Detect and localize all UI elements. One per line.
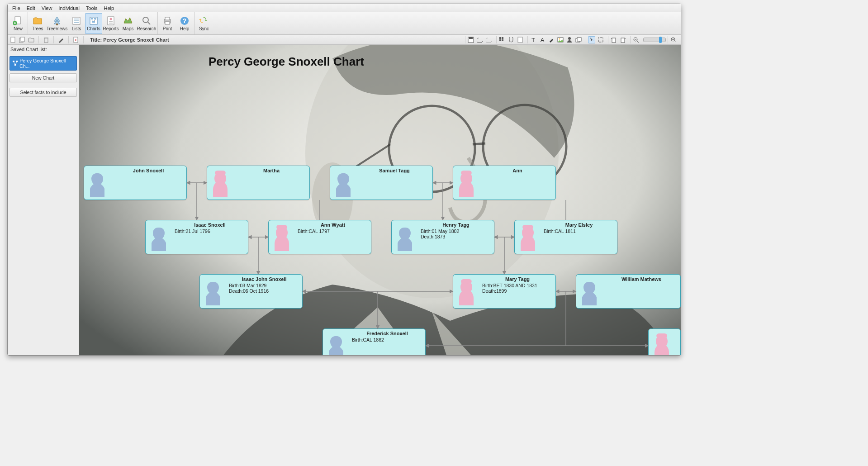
search-icon bbox=[141, 15, 152, 26]
help-button[interactable]: ? Help bbox=[176, 13, 193, 34]
maps-icon bbox=[123, 15, 133, 26]
person-clipped-right[interactable] bbox=[648, 328, 681, 355]
pointer-icon[interactable] bbox=[588, 36, 595, 43]
folder-icon bbox=[32, 15, 43, 26]
sidebar: Saved Chart list: Percy George Snoxell C… bbox=[8, 45, 79, 355]
svg-rect-57 bbox=[14, 64, 16, 66]
brush-icon[interactable] bbox=[548, 36, 555, 43]
svg-rect-21 bbox=[165, 22, 170, 24]
chart-main-title: Percy George Snoxell Chart bbox=[209, 55, 364, 69]
zoom-out-icon[interactable] bbox=[632, 36, 640, 43]
svg-rect-9 bbox=[94, 18, 96, 19]
delete-icon[interactable] bbox=[43, 36, 50, 43]
research-button[interactable]: Research bbox=[137, 13, 157, 34]
person-ann-wyatt[interactable]: Ann Wyatt Birth:CAL 1797 bbox=[268, 220, 371, 254]
person-mary-elsley[interactable]: Mary Elsley Birth:CAL 1811 bbox=[514, 220, 617, 254]
person-ann[interactable]: Ann bbox=[453, 166, 556, 200]
help-icon: ? bbox=[179, 15, 190, 26]
layers-icon[interactable] bbox=[575, 36, 582, 43]
svg-point-17 bbox=[143, 17, 148, 23]
charts-icon bbox=[88, 15, 99, 26]
svg-rect-2 bbox=[56, 24, 58, 25]
svg-point-42 bbox=[568, 37, 571, 40]
trees-button[interactable]: Trees bbox=[29, 13, 46, 34]
print-button[interactable]: Print bbox=[159, 13, 176, 34]
svg-rect-27 bbox=[44, 38, 48, 43]
svg-rect-44 bbox=[577, 38, 581, 41]
treeviews-button[interactable]: TreeViews bbox=[46, 13, 68, 34]
menu-tools[interactable]: Tools bbox=[83, 5, 100, 12]
svg-rect-10 bbox=[92, 21, 95, 23]
font-icon[interactable]: A bbox=[539, 36, 546, 43]
person-isaac-john-snoxell[interactable]: Isaac John Snoxell Birth:03 Mar 1829 Dea… bbox=[199, 274, 303, 309]
svg-line-58 bbox=[14, 62, 15, 64]
svg-rect-32 bbox=[469, 37, 473, 39]
person-frederick-snoxell[interactable]: Frederick Snoxell Birth:CAL 1862 bbox=[323, 328, 426, 355]
svg-rect-56 bbox=[16, 61, 18, 62]
svg-rect-47 bbox=[621, 38, 625, 43]
female-silhouette-icon bbox=[207, 166, 233, 200]
menu-individual[interactable]: Individual bbox=[56, 5, 82, 12]
person-icon[interactable] bbox=[566, 36, 573, 43]
sync-button[interactable]: Sync bbox=[195, 13, 213, 34]
new-chart-button[interactable]: New Chart bbox=[9, 73, 77, 82]
snap-icon[interactable] bbox=[508, 36, 515, 43]
select-facts-button[interactable]: Select facts to include bbox=[9, 88, 77, 97]
menu-help[interactable]: Help bbox=[101, 5, 117, 12]
maps-button[interactable]: Maps bbox=[119, 13, 137, 34]
redo-icon[interactable] bbox=[485, 36, 493, 43]
image-icon[interactable] bbox=[557, 36, 564, 43]
male-silhouette-icon bbox=[330, 166, 356, 200]
grid-icon[interactable] bbox=[498, 36, 506, 43]
svg-rect-24 bbox=[11, 37, 15, 43]
new-doc-icon[interactable] bbox=[9, 36, 17, 43]
person-henry-tagg[interactable]: Henry Tagg Birth:01 May 1802 Death:1873 bbox=[391, 220, 494, 254]
save-icon[interactable] bbox=[467, 36, 474, 43]
svg-rect-36 bbox=[502, 39, 503, 41]
lists-button[interactable]: Lists bbox=[68, 13, 85, 34]
svg-line-52 bbox=[674, 41, 676, 43]
female-silhouette-icon bbox=[453, 166, 479, 200]
marquee-icon[interactable] bbox=[597, 36, 604, 43]
svg-rect-34 bbox=[502, 37, 503, 39]
chart-canvas[interactable]: Percy George Snoxell Chart John Snoxell bbox=[79, 45, 681, 355]
undo-icon[interactable] bbox=[476, 36, 484, 43]
person-isaac-snoxell[interactable]: Isaac Snoxell Birth:21 Jul 1796 bbox=[145, 220, 248, 254]
edit-pencil-icon[interactable] bbox=[57, 36, 65, 43]
person-samuel-tagg[interactable]: Samuel Tagg bbox=[330, 166, 433, 200]
person-john-snoxell[interactable]: John Snoxell bbox=[84, 166, 187, 200]
svg-rect-37 bbox=[518, 37, 522, 43]
menu-view[interactable]: View bbox=[39, 5, 55, 12]
new-icon bbox=[13, 15, 24, 26]
svg-line-18 bbox=[148, 22, 150, 24]
sidebar-saved-charts-label: Saved Chart list: bbox=[8, 45, 79, 54]
male-silhouette-icon bbox=[323, 329, 349, 355]
male-silhouette-icon bbox=[200, 275, 226, 309]
page-setup-icon[interactable] bbox=[517, 36, 524, 43]
menu-edit[interactable]: Edit bbox=[24, 5, 38, 12]
rotate-right-icon[interactable] bbox=[619, 36, 626, 43]
svg-text:A: A bbox=[541, 37, 545, 43]
text-icon[interactable]: T bbox=[530, 36, 537, 43]
person-martha[interactable]: Martha bbox=[207, 166, 310, 200]
zoom-in-icon[interactable] bbox=[670, 36, 677, 43]
charts-button[interactable]: Charts bbox=[85, 13, 102, 34]
svg-text:T: T bbox=[531, 37, 535, 43]
saved-chart-item[interactable]: Percy George Snoxell Ch... bbox=[9, 56, 77, 71]
svg-line-65 bbox=[473, 143, 485, 144]
rotate-left-icon[interactable] bbox=[610, 36, 617, 43]
person-mary-tagg[interactable]: Mary Tagg Birth:BET 1830 AND 1831 Death:… bbox=[453, 274, 556, 309]
svg-rect-35 bbox=[499, 39, 501, 41]
menu-bar: File Edit View Individual Tools Help bbox=[8, 4, 681, 12]
person-william-mathews[interactable]: William Mathews bbox=[576, 274, 681, 309]
reports-button[interactable]: Reports bbox=[102, 13, 119, 34]
zoom-slider[interactable] bbox=[643, 38, 666, 42]
new-button[interactable]: New bbox=[9, 13, 27, 34]
chart-title-label: Title: Percy George Snoxell Chart bbox=[90, 37, 169, 43]
female-silhouette-icon bbox=[649, 329, 675, 355]
copy-doc-icon[interactable] bbox=[19, 36, 26, 43]
menu-file[interactable]: File bbox=[9, 5, 23, 12]
print-icon bbox=[162, 15, 173, 26]
open-folder-icon[interactable] bbox=[28, 36, 35, 43]
export-pdf-icon[interactable]: P bbox=[72, 36, 80, 43]
